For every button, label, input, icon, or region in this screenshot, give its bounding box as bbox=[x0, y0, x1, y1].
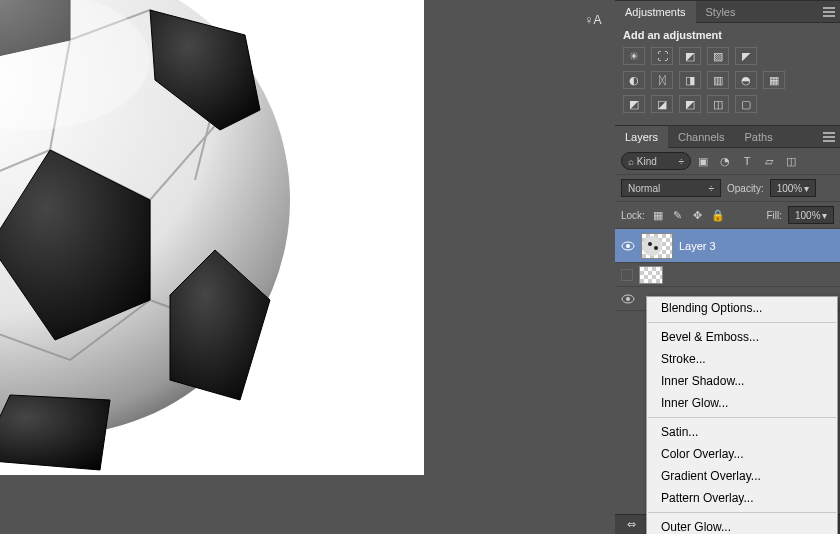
layer-style-context-menu: Blending Options... Bevel & Emboss... St… bbox=[646, 296, 838, 534]
cm-stroke[interactable]: Stroke... bbox=[647, 348, 837, 370]
blend-mode-value: Normal bbox=[628, 183, 660, 194]
link-layers-icon[interactable]: ⇔ bbox=[623, 517, 639, 533]
visibility-icon[interactable] bbox=[621, 269, 633, 281]
chevron-down-icon: ▾ bbox=[822, 210, 827, 221]
kind-label: ⌕ Kind bbox=[628, 156, 657, 167]
adj-posterize-icon[interactable]: ◪ bbox=[651, 95, 673, 113]
adjustments-row-2: ◐ ᛞ ◨ ▥ ◓ ▦ bbox=[623, 71, 832, 89]
adj-color-lookup-icon[interactable]: ▦ bbox=[763, 71, 785, 89]
adj-vibrance-icon[interactable]: ◤ bbox=[735, 47, 757, 65]
fill-label: Fill: bbox=[766, 210, 782, 221]
adj-bw-icon[interactable]: ◨ bbox=[679, 71, 701, 89]
layer-kind-filter[interactable]: ⌕ Kind ÷ bbox=[621, 152, 691, 170]
layers-tabs: Layers Channels Paths bbox=[615, 126, 840, 148]
layer-row[interactable] bbox=[615, 263, 840, 287]
blend-dd-icon: ÷ bbox=[709, 183, 715, 194]
adjustments-body: Add an adjustment ☀ ⛶ ◩ ▨ ◤ ◐ ᛞ ◨ ▥ ◓ ▦ … bbox=[615, 23, 840, 125]
tab-paths[interactable]: Paths bbox=[735, 126, 783, 148]
layer-thumbnail[interactable] bbox=[641, 233, 673, 259]
adjustments-panel: Adjustments Styles Add an adjustment ☀ ⛶… bbox=[615, 0, 840, 125]
filter-type-icon[interactable]: T bbox=[739, 153, 755, 169]
adj-hue-icon[interactable]: ◐ bbox=[623, 71, 645, 89]
layers-blend-row: Normal ÷ Opacity: 100%▾ bbox=[615, 174, 840, 201]
cm-pattern-overlay[interactable]: Pattern Overlay... bbox=[647, 487, 837, 509]
layer-thumbnail[interactable] bbox=[639, 266, 663, 284]
adj-threshold-icon[interactable]: ◩ bbox=[679, 95, 701, 113]
adj-gradient-map-icon[interactable]: ◫ bbox=[707, 95, 729, 113]
svg-point-8 bbox=[626, 297, 630, 301]
separator bbox=[648, 512, 836, 513]
canvas-area bbox=[0, 0, 430, 534]
character-icon: ♀A bbox=[584, 13, 601, 27]
chevron-down-icon: ▾ bbox=[804, 183, 809, 194]
character-panel-icon[interactable]: ♀A bbox=[578, 0, 608, 40]
cm-inner-shadow[interactable]: Inner Shadow... bbox=[647, 370, 837, 392]
layers-panel: Layers Channels Paths ⌕ Kind ÷ ▣ ◔ T ▱ ◫… bbox=[615, 125, 840, 311]
filter-smart-icon[interactable]: ◫ bbox=[783, 153, 799, 169]
fill-value: 100% bbox=[795, 210, 821, 221]
adj-curves-icon[interactable]: ◩ bbox=[679, 47, 701, 65]
cm-color-overlay[interactable]: Color Overlay... bbox=[647, 443, 837, 465]
filter-adjustment-icon[interactable]: ◔ bbox=[717, 153, 733, 169]
add-adjustment-label: Add an adjustment bbox=[623, 29, 832, 41]
layer-kind-icons: ▣ ◔ T ▱ ◫ bbox=[695, 153, 799, 169]
adjustments-row-1: ☀ ⛶ ◩ ▨ ◤ bbox=[623, 47, 832, 65]
panel-menu-icon[interactable] bbox=[818, 1, 840, 23]
filter-shape-icon[interactable]: ▱ bbox=[761, 153, 777, 169]
adj-levels-icon[interactable]: ⛶ bbox=[651, 47, 673, 65]
lock-pixels-icon[interactable]: ✎ bbox=[671, 208, 685, 222]
cm-outer-glow[interactable]: Outer Glow... bbox=[647, 516, 837, 534]
cm-bevel-emboss[interactable]: Bevel & Emboss... bbox=[647, 326, 837, 348]
layer-name[interactable]: Layer 3 bbox=[679, 240, 716, 252]
opacity-field[interactable]: 100%▾ bbox=[770, 179, 816, 197]
separator bbox=[648, 417, 836, 418]
adjustments-row-3: ◩ ◪ ◩ ◫ ▢ bbox=[623, 95, 832, 113]
opacity-value: 100% bbox=[777, 183, 803, 194]
tab-channels[interactable]: Channels bbox=[668, 126, 734, 148]
lock-position-icon[interactable]: ✥ bbox=[691, 208, 705, 222]
cm-inner-glow[interactable]: Inner Glow... bbox=[647, 392, 837, 414]
visibility-icon[interactable] bbox=[621, 292, 635, 306]
adjustments-tabs: Adjustments Styles bbox=[615, 1, 840, 23]
tab-styles[interactable]: Styles bbox=[696, 1, 746, 23]
adj-channel-mixer-icon[interactable]: ◓ bbox=[735, 71, 757, 89]
layers-panel-menu-icon[interactable] bbox=[818, 126, 840, 148]
kind-dropdown-icon: ÷ bbox=[679, 156, 685, 167]
tab-layers[interactable]: Layers bbox=[615, 126, 668, 148]
lock-all-icon[interactable]: 🔒 bbox=[711, 208, 725, 222]
adj-balance-icon[interactable]: ᛞ bbox=[651, 71, 673, 89]
adj-invert-icon[interactable]: ◩ bbox=[623, 95, 645, 113]
adj-exposure-icon[interactable]: ▨ bbox=[707, 47, 729, 65]
lock-label: Lock: bbox=[621, 210, 645, 221]
adj-brightness-icon[interactable]: ☀ bbox=[623, 47, 645, 65]
adj-selective-color-icon[interactable]: ▢ bbox=[735, 95, 757, 113]
visibility-icon[interactable] bbox=[621, 239, 635, 253]
svg-point-4 bbox=[642, 236, 662, 256]
layer-row[interactable]: Layer 3 bbox=[615, 229, 840, 263]
layers-filter-row: ⌕ Kind ÷ ▣ ◔ T ▱ ◫ bbox=[615, 148, 840, 174]
document-canvas[interactable] bbox=[0, 0, 424, 475]
svg-point-6 bbox=[654, 246, 658, 250]
lock-transparent-icon[interactable]: ▦ bbox=[651, 208, 665, 222]
fill-field[interactable]: 100%▾ bbox=[788, 206, 834, 224]
tab-adjustments[interactable]: Adjustments bbox=[615, 1, 696, 23]
soccer-ball-artwork bbox=[0, 0, 424, 475]
separator bbox=[648, 322, 836, 323]
cm-blending-options[interactable]: Blending Options... bbox=[647, 297, 837, 319]
opacity-label: Opacity: bbox=[727, 183, 764, 194]
blend-mode-dropdown[interactable]: Normal ÷ bbox=[621, 179, 721, 197]
layers-lock-row: Lock: ▦ ✎ ✥ 🔒 Fill: 100%▾ bbox=[615, 201, 840, 228]
filter-pixel-icon[interactable]: ▣ bbox=[695, 153, 711, 169]
adj-photo-filter-icon[interactable]: ▥ bbox=[707, 71, 729, 89]
svg-point-3 bbox=[626, 244, 630, 248]
svg-point-5 bbox=[648, 242, 652, 246]
cm-gradient-overlay[interactable]: Gradient Overlay... bbox=[647, 465, 837, 487]
cm-satin[interactable]: Satin... bbox=[647, 421, 837, 443]
